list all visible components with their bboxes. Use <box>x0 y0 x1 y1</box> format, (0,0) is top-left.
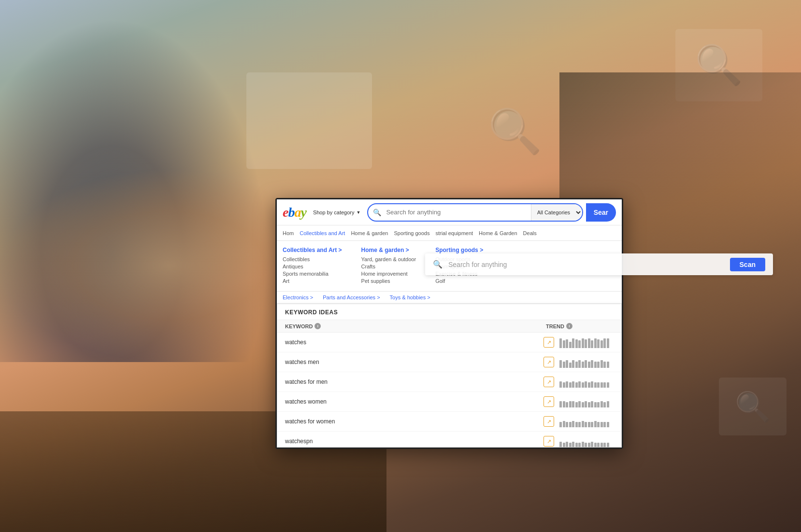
trend-info-icon[interactable]: i <box>566 323 572 329</box>
mega-menu-col-list-collectibles: Collectibles Antiques Sports memorabilia… <box>283 256 342 284</box>
trend-bar <box>575 339 578 348</box>
trend-bar <box>601 422 603 427</box>
keyword-arrow-icon-4[interactable]: ↗ <box>544 416 554 427</box>
nav-item-home-garden-2[interactable]: Home & Garden <box>479 230 517 236</box>
mega-menu-item-home-improvement[interactable]: Home improvement <box>361 271 416 277</box>
trend-bar <box>563 382 565 388</box>
trend-bars-5 <box>559 435 614 447</box>
keyword-rows-container: watches↗watches men↗watches for men↗watc… <box>277 333 621 448</box>
trend-bar <box>597 362 600 368</box>
trend-bar <box>591 340 593 348</box>
keyword-arrow-icon-3[interactable]: ↗ <box>544 396 554 407</box>
mega-menu-col-home-garden: Home & garden > Yard, garden & outdoor C… <box>361 247 416 285</box>
mega-menu-col-title-sporting[interactable]: Sporting goods > <box>435 247 483 253</box>
mega-menu-item-yard[interactable]: Yard, garden & outdoor <box>361 256 416 262</box>
trend-bar <box>578 443 581 447</box>
nav-item-collectibles[interactable]: Collectibles and Art <box>300 230 345 236</box>
trend-bars-1 <box>559 356 614 368</box>
trend-bar <box>582 421 584 427</box>
shop-by-category[interactable]: Shop by category ▼ <box>310 208 364 217</box>
nav-item-sporting[interactable]: Sporting goods <box>394 230 429 236</box>
trend-bar <box>585 360 587 368</box>
trend-bar <box>559 360 562 368</box>
trend-bar <box>582 402 584 407</box>
search-input[interactable] <box>386 209 530 216</box>
trend-bar <box>585 381 587 388</box>
trend-bar <box>578 422 581 427</box>
trend-bar <box>597 382 600 388</box>
trend-bar <box>594 402 597 407</box>
nav-item-home[interactable]: Hom <box>283 230 294 236</box>
keyword-text-3: watches women <box>285 398 542 405</box>
sub-nav-parts[interactable]: Parts and Accessories > <box>323 294 380 300</box>
chevron-down-icon: ▼ <box>357 210 361 215</box>
keyword-row: watches for women↗ <box>277 412 621 432</box>
keyword-arrow-icon-2[interactable]: ↗ <box>544 377 554 387</box>
keyword-row: watchespn↗ <box>277 432 621 448</box>
sub-nav-electronics[interactable]: Electronics > <box>283 294 313 300</box>
bg-decoration-1 <box>246 72 372 169</box>
search-button[interactable]: Sear <box>586 203 616 222</box>
keyword-info-icon[interactable]: i <box>315 323 321 329</box>
trend-bar <box>563 421 565 427</box>
logo-y: y <box>300 205 306 220</box>
trend-bar <box>607 362 609 368</box>
keyword-text-1: watches men <box>285 359 542 365</box>
trend-bar <box>588 382 590 388</box>
trend-bar <box>578 381 581 388</box>
trend-bar <box>569 401 572 407</box>
floating-search-placeholder: Search for anything <box>448 261 724 268</box>
keyword-action-1: ↗ <box>542 357 556 367</box>
trend-bar <box>566 381 568 388</box>
keyword-action-0: ↗ <box>542 337 556 348</box>
keyword-panel-title: KEYWORD IDEAS <box>277 304 621 320</box>
trend-bar <box>575 362 578 368</box>
keyword-action-3: ↗ <box>542 396 556 407</box>
mega-menu-item-collectibles[interactable]: Collectibles <box>283 256 342 262</box>
trend-bar <box>563 443 565 447</box>
trend-bars-4 <box>559 416 614 427</box>
trend-bar <box>572 338 574 348</box>
keyword-arrow-icon-0[interactable]: ↗ <box>544 337 554 348</box>
trend-bar <box>594 338 597 348</box>
trend-bar <box>572 360 574 368</box>
mega-menu-item-pet-supplies[interactable]: Pet supplies <box>361 278 416 284</box>
keyword-row: watches↗ <box>277 333 621 352</box>
nav-item-industrial[interactable]: strial equipment <box>435 230 473 236</box>
trend-bar <box>582 362 584 368</box>
mega-menu-item-antiques[interactable]: Antiques <box>283 264 342 269</box>
category-select[interactable]: All Categories <box>531 204 582 221</box>
nav-item-deals[interactable]: Deals <box>523 230 537 236</box>
trend-bar <box>607 382 609 388</box>
floating-scan-button[interactable]: Scan <box>730 258 765 271</box>
trend-bar <box>594 443 597 447</box>
trend-bars-2 <box>559 376 614 388</box>
category-nav: Hom Collectibles and Art Home & garden S… <box>277 225 622 241</box>
trend-bar <box>591 401 593 407</box>
trend-bar <box>603 382 606 388</box>
mega-menu-item-sports-memorabilia[interactable]: Sports memorabilia <box>283 271 342 277</box>
trend-bars-3 <box>559 396 614 407</box>
trend-bar <box>566 339 568 348</box>
trend-bar <box>588 443 590 447</box>
logo-e: e <box>283 205 288 220</box>
trend-bar <box>585 339 587 348</box>
trend-bar <box>603 422 606 427</box>
trend-bar <box>582 338 584 348</box>
nav-item-home-garden[interactable]: Home & garden <box>351 230 388 236</box>
keyword-arrow-icon-1[interactable]: ↗ <box>544 357 554 367</box>
mega-menu-item-crafts[interactable]: Crafts <box>361 264 416 269</box>
mega-menu-col-title-collectibles[interactable]: Collectibles and Art > <box>283 247 342 253</box>
trend-bar <box>575 402 578 407</box>
trend-bar <box>575 422 578 427</box>
mega-menu-item-golf[interactable]: Golf <box>435 278 483 284</box>
trend-bar <box>601 443 603 447</box>
sub-nav-toys[interactable]: Toys & hobbies > <box>390 294 430 300</box>
search-icon: 🔍 <box>368 209 386 216</box>
mega-menu-col-title-home-garden[interactable]: Home & garden > <box>361 247 416 253</box>
mega-menu-item-art[interactable]: Art <box>283 278 342 284</box>
keyword-arrow-icon-5[interactable]: ↗ <box>544 436 554 447</box>
trend-bar <box>597 402 600 407</box>
trend-bar <box>607 422 609 427</box>
trend-bar <box>559 381 562 388</box>
